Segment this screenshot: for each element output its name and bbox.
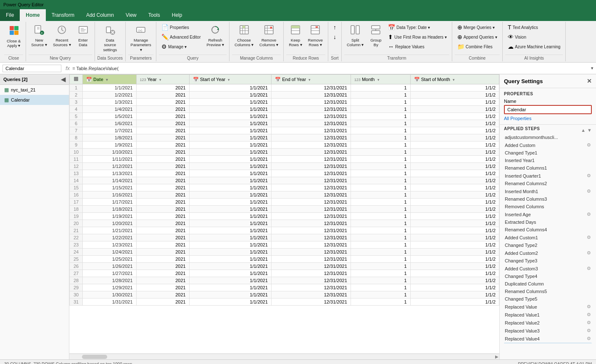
step-item-renamed-columns1[interactable]: Renamed Columns1 [504,164,592,172]
text-analytics-button[interactable]: T Text Analytics [505,23,563,32]
h-scroll-right-arrow[interactable]: ▶ [495,354,498,359]
step-gear-icon-replaced-value2[interactable]: ⚙ [587,320,591,325]
date-col-sort-icon[interactable]: ▾ [106,78,108,82]
grid-container[interactable]: 📅 Date ▾ 123 Year ▾ 📅 Start of Year [69,74,499,354]
tab-add-column[interactable]: Add Column [80,9,120,21]
sort-asc-button[interactable]: ↑ [331,23,339,32]
recent-sources-button[interactable]: RecentSources ▾ [50,23,74,49]
step-item-changed-type2[interactable]: Changed Type2 [504,241,592,249]
step-item-extracted-days[interactable]: Extracted Days [504,218,592,226]
use-first-row-button[interactable]: ⬆ Use First Row as Headers ▾ [385,32,449,42]
new-source-button[interactable]: + NewSource ▾ [29,23,50,49]
step-item-added-custom1[interactable]: Added Custom1⚙ [504,233,592,241]
step-gear-icon-inserted-quarter1[interactable]: ⚙ [587,173,591,178]
col-header-month[interactable]: 123 Month ▾ [351,75,410,84]
data-source-settings-button[interactable]: Data sourcesettings [98,23,123,54]
step-item-adjust-custom[interactable]: adjustcustommonthuscli... [504,134,592,141]
properties-button[interactable]: 📄 Properties [159,23,203,32]
step-item-duplicated-column[interactable]: Duplicated Column [504,280,592,288]
all-properties-link[interactable]: All Properties [504,116,592,121]
col-header-start-of-month[interactable]: 📅 Start of Month ▾ [410,75,499,84]
query-name-input[interactable] [504,105,592,114]
col-header-start-of-year[interactable]: 📅 Start of Year ▾ [189,75,271,84]
steps-scroll-down-button[interactable]: ▼ [587,128,592,133]
refresh-preview-button[interactable]: RefreshPreview ▾ [204,23,227,49]
azure-ml-button[interactable]: ☁ Azure Machine Learning [505,42,563,51]
step-item-changed-type4[interactable]: Changed Type4 [504,272,592,280]
data-type-button[interactable]: 📅 Data Type: Date ▾ [385,23,449,32]
replace-values-button[interactable]: ↔ Replace Values [385,42,449,51]
append-queries-button[interactable]: ⊕ Append Queries ▾ [455,32,500,42]
step-item-added-custom3[interactable]: Added Custom3⚙ [504,264,592,272]
keep-rows-button[interactable]: KeepRows ▾ [286,23,304,49]
step-item-changed-type1[interactable]: Changed Type1 [504,149,592,157]
step-item-replaced-value2[interactable]: Replaced Value2⚙ [504,319,592,327]
step-gear-icon-replaced-value4[interactable]: ⚙ [587,336,591,341]
group-by-button[interactable]: GroupBy [367,23,385,49]
step-item-added-custom2[interactable]: Added Custom2⚙ [504,249,592,257]
step-gear-icon-added-custom3[interactable]: ⚙ [587,266,591,271]
soy-col-sort-icon[interactable]: ▾ [228,78,230,82]
step-gear-icon-inserted-month1[interactable]: ⚙ [587,189,591,194]
step-gear-icon-replaced-value3[interactable]: ⚙ [587,328,591,333]
som-col-sort-icon[interactable]: ▾ [453,78,455,82]
split-column-button[interactable]: SplitColumn ▾ [344,23,366,49]
step-gear-icon-added-custom1[interactable]: ⚙ [587,235,591,240]
tab-home[interactable]: Home [20,9,45,21]
step-gear-icon-inserted-age[interactable]: ⚙ [587,212,591,217]
manage-parameters-button[interactable]: {x} ManageParameters ▾ [128,23,153,54]
step-item-changed-type5[interactable]: Changed Type5 [504,295,592,303]
col-header-date[interactable]: 📅 Date ▾ [83,75,137,84]
manage-button[interactable]: ⚙ Manage ▾ [159,42,203,51]
steps-scroll-container[interactable]: adjustcustommonthuscli...Added Custom⚙Ch… [504,134,592,343]
tab-help[interactable]: Help [166,9,188,21]
step-gear-icon-replaced-value[interactable]: ⚙ [587,304,591,309]
vision-button[interactable]: 👁 Vision [505,32,563,42]
formula-expand-button[interactable]: ▾ [591,65,593,71]
queries-collapse-button[interactable]: ◀ [61,76,66,83]
tab-tools[interactable]: Tools [142,9,166,21]
query-item-calendar[interactable]: ▦ Calendar [0,95,69,105]
choose-columns-button[interactable]: ChooseColumns ▾ [232,23,256,49]
step-item-replaced-value3[interactable]: Replaced Value3⚙ [504,327,592,335]
h-scrollbar[interactable]: ▶ [69,354,499,359]
step-item-replaced-value[interactable]: Replaced Value⚙ [504,303,592,311]
eoy-col-sort-icon[interactable]: ▾ [309,78,311,82]
query-item-nyc-taxi[interactable]: ▦ nyc_taxi_21 [0,85,69,95]
month-col-sort-icon[interactable]: ▾ [377,78,380,82]
enter-data-button[interactable]: EnterData [74,23,92,49]
formula-input[interactable] [72,66,591,71]
step-item-added-custom[interactable]: Added Custom⚙ [504,141,592,149]
step-gear-icon-added-custom[interactable]: ⚙ [587,142,591,148]
step-item-inserted-year1[interactable]: Inserted Year1 [504,157,592,164]
step-item-renamed-columns2[interactable]: Renamed Columns2 [504,180,592,187]
step-item-removed-columns[interactable]: Removed Columns [504,203,592,210]
steps-scroll-up-button[interactable]: ▲ [581,128,585,133]
close-apply-button[interactable]: Close &Apply ▾ [4,23,23,50]
step-item-inserted-quarter1[interactable]: Inserted Quarter1⚙ [504,172,592,180]
merge-queries-button[interactable]: ⊕ Merge Queries ▾ [455,23,500,32]
tab-transform[interactable]: Transform [46,9,80,21]
step-item-inserted-month1[interactable]: Inserted Month1⚙ [504,187,592,195]
sort-desc-button[interactable]: ↓ [331,32,339,42]
formula-name-box[interactable] [3,65,61,72]
step-item-renamed-columns5[interactable]: Renamed Columns5 [504,288,592,295]
step-item-replaced-value4[interactable]: Replaced Value4⚙ [504,335,592,343]
step-item-inserted-age[interactable]: Inserted Age⚙ [504,210,592,218]
step-gear-icon-added-custom2[interactable]: ⚙ [587,250,591,256]
step-item-changed-type3[interactable]: Changed Type3 [504,257,592,264]
step-item-replaced-value5[interactable]: ✕Replaced Value5 [504,343,592,343]
step-item-renamed-columns4[interactable]: Renamed Columns4 [504,226,592,233]
step-item-replaced-value1[interactable]: Replaced Value1⚙ [504,311,592,319]
year-col-sort-icon[interactable]: ▾ [159,78,161,82]
remove-rows-button[interactable]: RemoveRows ▾ [306,23,325,49]
settings-close-button[interactable]: ✕ [587,78,592,84]
col-header-year[interactable]: 123 Year ▾ [136,75,189,84]
combine-files-button[interactable]: 📁 Combine Files [455,42,500,51]
step-gear-icon-replaced-value1[interactable]: ⚙ [587,312,591,317]
advanced-editor-button[interactable]: ✏️ Advanced Editor [159,32,203,42]
tab-file[interactable]: File [0,9,20,21]
tab-view[interactable]: View [120,9,142,21]
col-header-end-of-year[interactable]: 📅 End of Year ▾ [272,75,351,84]
step-item-renamed-columns3[interactable]: Renamed Columns3 [504,195,592,203]
